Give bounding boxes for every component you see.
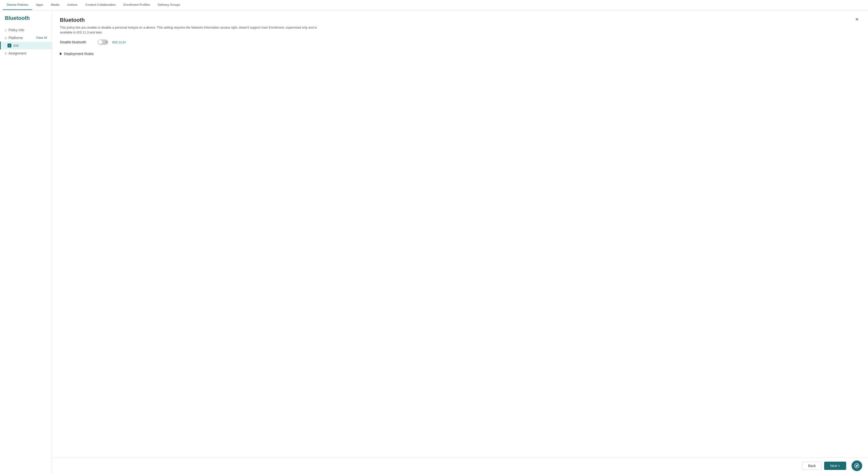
sidebar-step-platforms-left: 2 Platforms <box>5 36 23 40</box>
disable-bluetooth-row: Disable bluetooth ✕ iOS 11.0+ <box>60 39 860 45</box>
nav-item-actions[interactable]: Actions <box>63 0 82 10</box>
nav-item-apps[interactable]: Apps <box>32 0 47 10</box>
nav-item-enrollment-profiles[interactable]: Enrollment Profiles <box>120 0 154 10</box>
compass-icon <box>854 463 860 468</box>
back-button[interactable]: Back <box>802 462 822 470</box>
nav-item-content-collaboration[interactable]: Content Collaboration <box>82 0 120 10</box>
step-1-label: Policy Info <box>8 28 24 32</box>
ios-version-badge[interactable]: iOS 11.0+ <box>112 40 126 44</box>
content-description: This policy lets you enable or disable a… <box>60 25 327 35</box>
disable-bluetooth-toggle[interactable]: ✕ <box>98 39 108 45</box>
step-3-label: Assignment <box>8 51 26 55</box>
bottom-bar: Back Next > <box>52 457 868 474</box>
content-area: Bluetooth This policy lets you enable or… <box>52 10 868 474</box>
disable-bluetooth-label: Disable bluetooth <box>60 40 94 44</box>
deployment-rules-section[interactable]: Deployment Rules <box>60 49 860 58</box>
ios-label: iOS <box>13 44 19 47</box>
deployment-rules-label: Deployment Rules <box>64 52 94 56</box>
content-title-group: Bluetooth This policy lets you enable or… <box>60 17 327 35</box>
triangle-right-icon <box>60 52 62 55</box>
sidebar-step-policy-info-left: 1 Policy Info <box>5 28 24 32</box>
close-button[interactable]: ✕ <box>854 16 860 23</box>
content-title: Bluetooth <box>60 17 327 23</box>
compass-fab-button[interactable] <box>851 461 862 471</box>
nav-item-device-policies[interactable]: Device Policies <box>3 0 32 10</box>
sidebar-step-policy-info[interactable]: 1 Policy Info <box>0 26 52 34</box>
toggle-x-icon: ✕ <box>105 41 107 44</box>
ios-checkbox-icon <box>7 43 11 47</box>
step-2-label: Platforms <box>8 36 23 40</box>
content-header: Bluetooth This policy lets you enable or… <box>60 17 860 35</box>
sidebar-step-assignment-left: 3 Assignment <box>5 51 26 55</box>
top-nav: Device Policies Apps Media Actions Conte… <box>0 0 868 10</box>
nav-item-delivery-groups[interactable]: Delivery Groups <box>154 0 184 10</box>
sidebar-title: Bluetooth <box>0 15 52 26</box>
sidebar-step-platforms[interactable]: 2 Platforms Clear All <box>0 34 52 42</box>
next-button[interactable]: Next > <box>824 462 846 470</box>
toggle-container: ✕ <box>98 39 108 45</box>
main-layout: Bluetooth 1 Policy Info 2 Platforms Clea… <box>0 10 868 474</box>
step-3-number: 3 <box>5 52 6 55</box>
step-1-number: 1 <box>5 28 6 32</box>
sidebar: Bluetooth 1 Policy Info 2 Platforms Clea… <box>0 10 52 474</box>
svg-marker-1 <box>856 465 858 467</box>
step-2-number: 2 <box>5 36 6 40</box>
sidebar-item-ios[interactable]: iOS <box>0 42 52 49</box>
sidebar-step-assignment[interactable]: 3 Assignment <box>0 49 52 57</box>
nav-item-media[interactable]: Media <box>47 0 63 10</box>
toggle-knob <box>98 40 102 44</box>
clear-all-button[interactable]: Clear All <box>36 36 47 39</box>
